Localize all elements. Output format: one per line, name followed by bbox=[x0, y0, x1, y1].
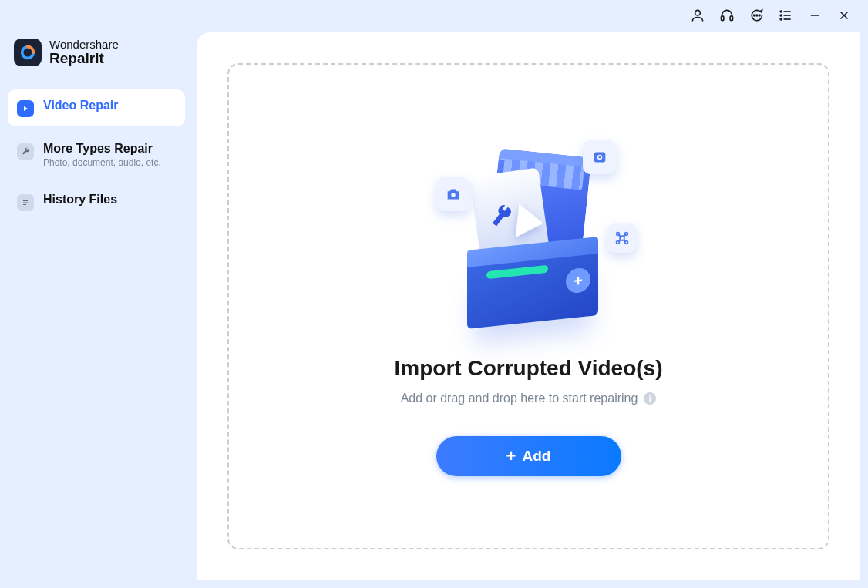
import-illustration: + bbox=[421, 137, 637, 330]
svg-point-5 bbox=[759, 15, 760, 16]
user-icon[interactable] bbox=[689, 7, 706, 24]
brand-top: Wondershare bbox=[49, 39, 119, 51]
add-button[interactable]: + Add bbox=[436, 436, 621, 476]
sidebar: Wondershare Repairit Video Repair More T… bbox=[0, 0, 193, 588]
close-icon[interactable] bbox=[836, 7, 853, 24]
video-icon bbox=[17, 100, 34, 117]
minimize-icon[interactable] bbox=[806, 7, 823, 24]
svg-line-29 bbox=[618, 234, 621, 237]
add-button-label: Add bbox=[522, 448, 550, 465]
svg-point-20 bbox=[451, 193, 456, 197]
svg-line-31 bbox=[618, 239, 621, 241]
svg-point-10 bbox=[780, 18, 782, 20]
svg-marker-16 bbox=[24, 106, 28, 111]
sidebar-item-history[interactable]: History Files bbox=[8, 183, 185, 220]
chat-icon[interactable] bbox=[748, 7, 765, 24]
sidebar-item-more-types[interactable]: More Types Repair Photo, document, audio… bbox=[8, 133, 185, 177]
svg-point-8 bbox=[780, 15, 782, 16]
svg-point-3 bbox=[754, 15, 755, 16]
svg-point-4 bbox=[756, 15, 758, 16]
sidebar-item-label: Video Repair bbox=[43, 99, 119, 113]
import-subtext-row: Add or drag and drop here to start repai… bbox=[401, 391, 657, 405]
app-logo: Wondershare Repairit bbox=[8, 39, 185, 89]
info-icon[interactable]: i bbox=[644, 392, 656, 405]
dropzone[interactable]: + Import Corrupted Video(s) Add or drag … bbox=[227, 63, 829, 549]
svg-line-30 bbox=[623, 234, 625, 237]
document-icon bbox=[17, 194, 34, 211]
sidebar-item-label: More Types Repair bbox=[43, 142, 161, 156]
svg-rect-2 bbox=[730, 16, 732, 21]
titlebar bbox=[689, 0, 868, 31]
svg-point-0 bbox=[695, 10, 701, 15]
sidebar-item-label: History Files bbox=[43, 193, 117, 207]
import-subtext: Add or drag and drop here to start repai… bbox=[401, 391, 638, 405]
wrench-icon bbox=[17, 143, 34, 160]
camera-chip-icon bbox=[436, 177, 470, 211]
record-chip-icon bbox=[583, 140, 617, 174]
sidebar-item-sub: Photo, document, audio, etc. bbox=[43, 157, 161, 168]
list-icon[interactable] bbox=[777, 7, 794, 24]
sidebar-item-video-repair[interactable]: Video Repair bbox=[8, 89, 185, 126]
drone-chip-icon bbox=[607, 223, 637, 253]
logo-icon bbox=[14, 39, 42, 66]
svg-rect-1 bbox=[722, 16, 724, 21]
plus-icon: + bbox=[506, 448, 516, 465]
brand-bottom: Repairit bbox=[49, 51, 119, 66]
svg-point-23 bbox=[598, 156, 601, 158]
headset-icon[interactable] bbox=[718, 7, 735, 24]
svg-line-32 bbox=[623, 239, 625, 241]
import-heading: Import Corrupted Video(s) bbox=[395, 356, 663, 381]
svg-point-6 bbox=[780, 11, 782, 12]
main-panel: + Import Corrupted Video(s) Add or drag … bbox=[197, 32, 860, 580]
